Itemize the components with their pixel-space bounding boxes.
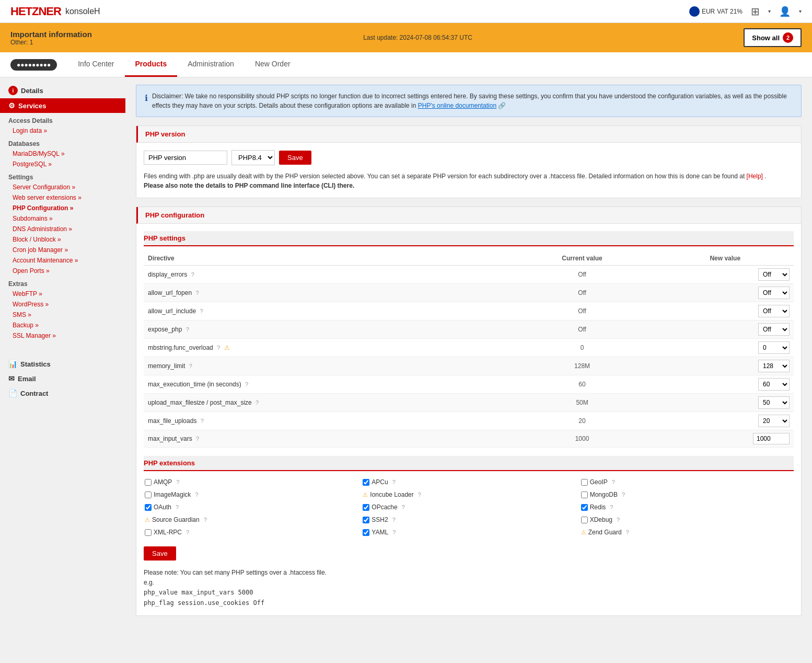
php-version-input[interactable] — [144, 151, 227, 165]
ext-checkbox[interactable] — [145, 504, 152, 511]
sidebar-item-contract[interactable]: 📄 Contract — [0, 386, 125, 401]
ext-help-icon[interactable]: ? — [622, 491, 625, 498]
show-all-label: Show all — [752, 34, 780, 42]
new-val-select[interactable]: 60120300 — [758, 378, 790, 391]
new-val-input[interactable] — [753, 433, 790, 444]
ext-help-icon[interactable]: ? — [626, 529, 629, 535]
ext-help-icon[interactable]: ? — [195, 491, 198, 498]
new-val-select[interactable]: OffOn — [758, 268, 790, 281]
ext-checkbox[interactable] — [145, 479, 152, 486]
sidebar-link-sms[interactable]: SMS » — [0, 310, 125, 320]
help-link[interactable]: [Help] — [747, 173, 763, 180]
ext-help-icon[interactable]: ? — [392, 529, 396, 535]
ext-checkbox[interactable] — [363, 529, 369, 536]
new-val-select[interactable]: 128256512 — [758, 360, 790, 372]
ext-help-icon[interactable]: ? — [617, 517, 620, 523]
tab-new-order[interactable]: New Order — [245, 52, 301, 77]
current-value: Off — [508, 266, 657, 284]
ext-help-icon[interactable]: ? — [612, 479, 615, 485]
sidebar-link-postgresql[interactable]: PostgreSQL » — [0, 159, 125, 169]
sidebar-link-dns-admin[interactable]: DNS Administration » — [0, 224, 125, 234]
tab-info-center[interactable]: Info Center — [67, 52, 124, 77]
ext-help-icon[interactable]: ? — [418, 491, 421, 498]
ext-checkbox[interactable] — [581, 517, 588, 523]
sidebar-link-ssl-manager[interactable]: SSL Manager » — [0, 330, 125, 341]
current-value: 20 — [508, 412, 657, 430]
new-val-select[interactable]: OffOn — [758, 305, 790, 317]
ext-checkbox[interactable] — [581, 491, 588, 498]
sidebar-link-php-config[interactable]: PHP Configuration » — [0, 203, 125, 213]
sidebar-item-email[interactable]: ✉ Email — [0, 371, 125, 386]
hetzner-logo: HETZNER — [10, 5, 61, 18]
main-content: ℹ Disclaimer: We take no responsibility … — [125, 77, 812, 663]
php-version-select[interactable]: PHP8.4 PHP8.3 PHP8.2 PHP8.1 PHP7.4 — [231, 150, 275, 165]
ext-help-icon[interactable]: ? — [176, 479, 179, 485]
new-val-select[interactable]: 012 — [758, 341, 790, 354]
php-settings-row: max_file_uploads ? 20 2050100 — [144, 412, 794, 430]
tab-products[interactable]: Products — [125, 52, 178, 77]
ext-name: ImageMagick — [154, 491, 191, 498]
ext-checkbox[interactable] — [363, 479, 369, 486]
help-icon[interactable]: ? — [217, 345, 220, 351]
help-icon[interactable]: ? — [195, 290, 199, 296]
ext-checkbox[interactable] — [145, 491, 152, 498]
ext-checkbox[interactable] — [145, 529, 152, 536]
help-icon[interactable]: ? — [189, 363, 192, 369]
sidebar-link-open-ports[interactable]: Open Ports » — [0, 266, 125, 276]
ext-checkbox[interactable] — [363, 517, 369, 523]
ext-help-icon[interactable]: ? — [176, 504, 179, 510]
footer-code1: php_value max_input_vars 5000 — [144, 588, 794, 598]
ext-help-icon[interactable]: ? — [392, 479, 396, 485]
sidebar-link-account-maintenance[interactable]: Account Maintenance » — [0, 255, 125, 266]
sidebar-link-login-data[interactable]: Login data » — [0, 125, 125, 136]
new-val-select[interactable]: OffOn — [758, 323, 790, 336]
grid-icon[interactable]: ⊞ — [751, 5, 760, 18]
ext-help-icon[interactable]: ? — [204, 517, 207, 523]
ext-checkbox[interactable] — [363, 504, 369, 511]
tab-administration[interactable]: Administration — [177, 52, 245, 77]
sidebar-item-statistics[interactable]: 📊 Statistics — [0, 357, 125, 371]
ext-help-icon[interactable]: ? — [392, 517, 396, 523]
help-icon[interactable]: ? — [245, 381, 248, 387]
sidebar-link-web-server-ext[interactable]: Web server extensions » — [0, 192, 125, 203]
user-icon[interactable]: 👤 — [779, 6, 791, 17]
current-value: 60 — [508, 375, 657, 394]
sidebar-link-block-unblock[interactable]: Block / Unblock » — [0, 234, 125, 245]
ext-help-icon[interactable]: ? — [402, 504, 405, 510]
account-pill[interactable]: ●●●●●●●●● — [10, 59, 57, 71]
ext-help-icon[interactable]: ? — [610, 504, 613, 510]
ext-checkbox[interactable] — [581, 479, 588, 486]
user-chevron-icon[interactable]: ▾ — [799, 8, 802, 14]
php-docs-link[interactable]: PHP's online documentation — [418, 102, 496, 109]
sidebar-link-mariadb[interactable]: MariaDB/MySQL » — [0, 148, 125, 159]
sidebar-item-services[interactable]: ⚙ Services — [0, 98, 125, 113]
new-value-cell: OffOn — [657, 302, 794, 321]
help-icon[interactable]: ? — [201, 418, 204, 424]
sidebar-link-subdomains[interactable]: Subdomains » — [0, 213, 125, 224]
new-val-select[interactable]: 50100200 — [758, 396, 790, 409]
ext-help-icon[interactable]: ? — [186, 529, 189, 535]
ext-checkbox[interactable] — [581, 504, 588, 511]
new-value-cell: OffOn — [657, 284, 794, 302]
php-version-save-button[interactable]: Save — [279, 151, 311, 165]
help-icon[interactable]: ? — [200, 308, 203, 314]
php-config-save-button[interactable]: Save — [144, 546, 176, 561]
sidebar-link-webftp[interactable]: WebFTP » — [0, 289, 125, 299]
sidebar-item-details[interactable]: i Details — [0, 83, 125, 98]
sidebar-link-wordpress[interactable]: WordPress » — [0, 299, 125, 310]
php-settings-row: memory_limit ? 128M 128256512 — [144, 357, 794, 375]
sidebar-link-server-config[interactable]: Server Configuration » — [0, 182, 125, 192]
grid-chevron-icon[interactable]: ▾ — [768, 8, 771, 14]
sidebar-link-cron-manager[interactable]: Cron job Manager » — [0, 245, 125, 255]
help-icon[interactable]: ? — [186, 326, 189, 333]
show-all-button[interactable]: Show all 2 — [744, 28, 802, 47]
ext-name: AMQP — [154, 478, 172, 486]
new-val-select[interactable]: OffOn — [758, 287, 790, 299]
help-icon[interactable]: ? — [256, 399, 259, 406]
php-version-section: PHP version PHP8.4 PHP8.3 PHP8.2 PHP8.1 … — [136, 125, 802, 198]
new-val-select[interactable]: 2050100 — [758, 415, 790, 427]
help-icon[interactable]: ? — [191, 271, 194, 278]
footer-eg: e.g. — [144, 578, 794, 588]
sidebar-link-backup[interactable]: Backup » — [0, 320, 125, 330]
help-icon[interactable]: ? — [196, 436, 199, 442]
